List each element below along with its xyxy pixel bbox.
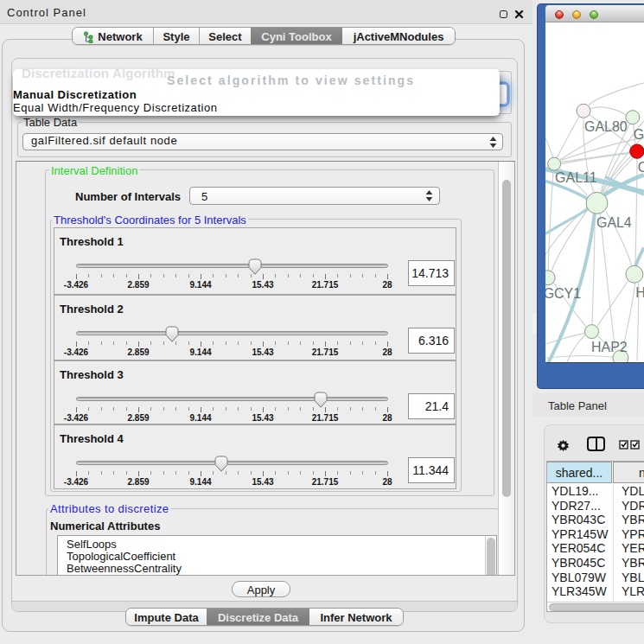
svg-text:GCY1: GCY1 xyxy=(545,286,581,301)
svg-text:H: H xyxy=(635,285,644,300)
svg-text:C: C xyxy=(638,160,644,175)
svg-text:GA: GA xyxy=(634,127,644,142)
svg-text:HAP2: HAP2 xyxy=(591,340,628,354)
svg-text:GAL80: GAL80 xyxy=(584,119,628,134)
svg-text:GAL11: GAL11 xyxy=(555,170,597,185)
svg-text:GAL4: GAL4 xyxy=(596,215,632,230)
